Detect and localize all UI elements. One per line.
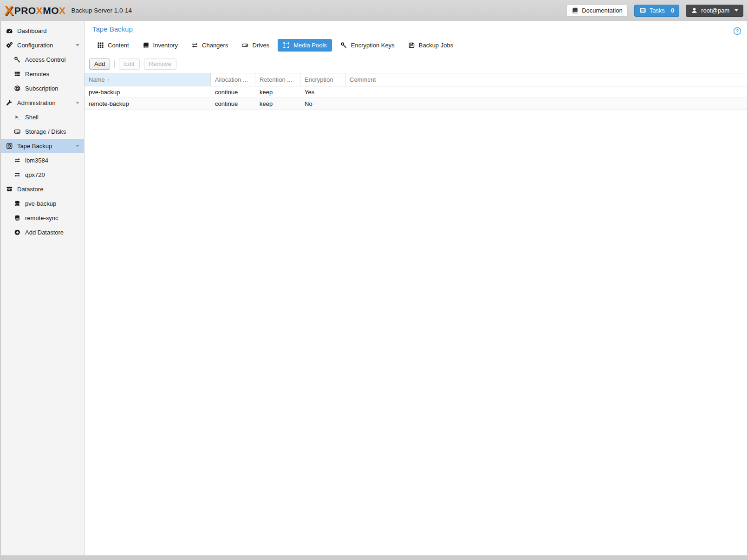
sidebar-item-dashboard[interactable]: Dashboard xyxy=(1,24,84,38)
exchange-icon xyxy=(13,157,21,164)
tab-label: Encryption Keys xyxy=(351,42,395,49)
proxmox-wordmark: PROXMOX xyxy=(14,6,66,15)
sidebar-item-label: Shell xyxy=(25,114,39,121)
sidebar-item-label: Dashboard xyxy=(17,27,47,34)
cell-allocation: continue xyxy=(211,89,255,96)
sidebar-item-label: Datastore xyxy=(17,186,43,193)
documentation-label: Documentation xyxy=(582,7,622,14)
save-icon xyxy=(408,42,415,49)
database-icon xyxy=(13,200,21,207)
hdd-icon xyxy=(13,128,21,135)
cell-retention: keep xyxy=(255,100,300,107)
object-group-icon xyxy=(283,42,290,49)
navigation-sidebar: Dashboard Configuration Access Control R… xyxy=(1,21,85,555)
book-icon xyxy=(572,7,579,14)
sidebar-item-label: remote-sync xyxy=(25,215,59,221)
cell-encryption: Yes xyxy=(300,89,345,96)
task-list-icon xyxy=(639,7,646,14)
sidebar-item-storage-disks[interactable]: Storage / Disks xyxy=(1,124,84,139)
edit-button[interactable]: Edit xyxy=(119,59,139,70)
sidebar-item-access-control[interactable]: Access Control xyxy=(1,52,84,67)
product-version-label: Backup Server 1.0-14 xyxy=(72,7,132,14)
cell-allocation: continue xyxy=(211,100,255,107)
tab-label: Content xyxy=(108,42,129,49)
tab-encryption-keys[interactable]: Encryption Keys xyxy=(335,39,400,52)
sidebar-item-tape-backup[interactable]: Tape Backup xyxy=(1,139,84,153)
table-empty-area xyxy=(85,110,747,555)
tasks-count-badge: 0 xyxy=(671,7,674,14)
sidebar-item-label: pve-backup xyxy=(25,200,56,207)
plus-circle-icon xyxy=(13,229,21,236)
documentation-button[interactable]: Documentation xyxy=(566,5,627,17)
content-header: Tape Backup ? xyxy=(85,21,747,36)
tab-content[interactable]: Content xyxy=(92,39,134,52)
sidebar-item-label: Add Datastore xyxy=(25,229,64,236)
sidebar-item-datastore[interactable]: Datastore xyxy=(1,182,84,196)
sidebar-item-subscription[interactable]: Subscription xyxy=(1,81,84,96)
proxmox-x-logo-icon: X xyxy=(5,4,13,17)
column-header-allocation[interactable]: Allocation ... xyxy=(211,73,255,86)
column-header-retention[interactable]: Retention ... xyxy=(255,73,300,86)
app-window: X PROXMOX Backup Server 1.0-14 Documenta… xyxy=(0,0,748,560)
cell-encryption: No xyxy=(300,100,345,107)
tab-label: Drives xyxy=(252,42,269,49)
chevron-down-icon xyxy=(735,9,738,12)
sidebar-item-label: ibm3584 xyxy=(25,157,48,164)
sidebar-item-add-datastore[interactable]: Add Datastore xyxy=(1,225,84,240)
wrench-icon xyxy=(6,99,13,106)
tab-drives[interactable]: Drives xyxy=(236,39,274,52)
cell-name: pve-backup xyxy=(85,89,211,96)
main-area: Dashboard Configuration Access Control R… xyxy=(0,21,748,555)
archive-icon xyxy=(6,186,13,193)
sidebar-item-pve-backup[interactable]: pve-backup xyxy=(1,196,84,211)
drive-icon xyxy=(241,42,248,49)
tab-changers[interactable]: Changers xyxy=(186,39,233,52)
table-row[interactable]: pve-backup continue keep Yes xyxy=(85,86,747,98)
column-header-comment[interactable]: Comment xyxy=(345,73,747,86)
tape-icon xyxy=(6,143,13,150)
user-icon xyxy=(691,7,698,14)
tab-label: Media Pools xyxy=(293,42,327,49)
sidebar-item-shell[interactable]: >_ Shell xyxy=(1,110,84,124)
sidebar-item-administration[interactable]: Administration xyxy=(1,96,84,110)
table-header-row: Name ↑ Allocation ... Retention ... Encr… xyxy=(85,73,747,86)
sidebar-item-label: Tape Backup xyxy=(17,143,52,150)
top-bar: X PROXMOX Backup Server 1.0-14 Documenta… xyxy=(0,0,748,21)
sidebar-item-ibm3584[interactable]: ibm3584 xyxy=(1,153,84,168)
sidebar-item-remotes[interactable]: Remotes xyxy=(1,67,84,81)
topbar-actions: Documentation Tasks 0 root@pam xyxy=(566,5,743,17)
tab-label: Inventory xyxy=(153,42,178,49)
add-button[interactable]: Add xyxy=(89,59,110,70)
tab-media-pools[interactable]: Media Pools xyxy=(278,39,332,52)
sidebar-item-label: Remotes xyxy=(25,71,49,78)
sidebar-item-qpx720[interactable]: qpx720 xyxy=(1,168,84,182)
table-row[interactable]: remote-backup continue keep No xyxy=(85,98,747,110)
page-title: Tape Backup xyxy=(92,25,133,33)
user-menu-button[interactable]: root@pam xyxy=(686,5,743,17)
sidebar-item-label: Access Control xyxy=(25,56,65,63)
help-icon[interactable]: ? xyxy=(733,27,741,35)
gears-icon xyxy=(6,42,13,49)
key-icon xyxy=(340,42,347,49)
sidebar-item-remote-sync[interactable]: remote-sync xyxy=(1,211,84,225)
sort-ascending-icon: ↑ xyxy=(107,76,111,83)
sidebar-item-label: Administration xyxy=(17,99,55,106)
tab-backup-jobs[interactable]: Backup Jobs xyxy=(403,39,458,52)
expander-caret-icon[interactable] xyxy=(76,44,79,46)
tachometer-icon xyxy=(6,27,13,34)
sidebar-item-label: Configuration xyxy=(17,42,53,49)
expander-caret-icon[interactable] xyxy=(76,145,79,147)
list-icon xyxy=(13,71,21,78)
exchange-icon xyxy=(191,42,198,49)
column-header-encryption[interactable]: Encryption xyxy=(300,73,345,86)
column-header-name[interactable]: Name ↑ xyxy=(85,73,211,86)
expander-caret-icon[interactable] xyxy=(76,102,79,104)
grid-icon xyxy=(97,42,104,49)
tasks-label: Tasks xyxy=(650,7,665,14)
tab-inventory[interactable]: Inventory xyxy=(137,39,183,52)
sidebar-item-configuration[interactable]: Configuration xyxy=(1,38,84,52)
sidebar-item-label: Storage / Disks xyxy=(25,128,66,135)
remove-button[interactable]: Remove xyxy=(144,59,176,70)
tasks-button[interactable]: Tasks 0 xyxy=(634,5,679,17)
life-ring-icon xyxy=(13,85,21,92)
